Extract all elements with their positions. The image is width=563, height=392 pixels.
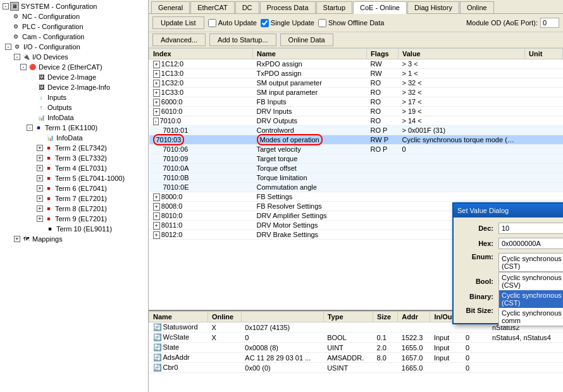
sidebar-item-device2-image[interactable]: 🖼 Device 2-Image xyxy=(0,72,148,82)
add-to-startup-button[interactable]: Add to Startup... xyxy=(209,34,276,46)
expand-icon-io-devices[interactable]: - xyxy=(14,54,20,60)
dialog-titlebar: Set Value Dialog ✕ xyxy=(454,204,563,217)
computer-icon: 🖥 xyxy=(10,2,19,11)
expand-icon-term3[interactable]: + xyxy=(37,155,43,161)
sidebar-item-io[interactable]: - ⚙ I/O - Configuration xyxy=(0,42,148,52)
sidebar-item-nc[interactable]: ⚙ NC - Configuration xyxy=(0,11,148,21)
sidebar-item-cam[interactable]: ⚙ Cam - Configuration xyxy=(0,32,148,42)
expand-icon-term6[interactable]: + xyxy=(37,185,43,192)
single-update-checkbox[interactable] xyxy=(261,19,269,27)
expand-icon-term5[interactable]: + xyxy=(37,175,43,181)
sidebar-item-mappings[interactable]: + 🗺 Mappings xyxy=(0,234,148,244)
tab-coe-online[interactable]: CoE - Online xyxy=(353,1,407,14)
enum-option-csv[interactable]: Cyclic synchronous velocity mode (CSV) xyxy=(499,273,563,290)
expand-icon-io[interactable]: - xyxy=(5,44,11,50)
expand-icon-term1[interactable]: - xyxy=(27,125,33,131)
expand-btn[interactable]: + xyxy=(153,231,160,239)
tab-online[interactable]: Online xyxy=(460,1,494,13)
expand-icon-mappings[interactable]: + xyxy=(14,236,20,242)
advanced-button[interactable]: Advanced... xyxy=(152,34,206,46)
sidebar-item-term5[interactable]: + ■ Term 5 (EL7041-1000) xyxy=(0,173,148,183)
table-row[interactable]: +8000:0FB Settings xyxy=(149,192,563,202)
sidebar-item-device2[interactable]: - 🔴 Device 2 (EtherCAT) xyxy=(0,62,148,72)
table-row[interactable]: +6010:0DRV InputsRO> 19 < xyxy=(149,107,563,116)
table-row[interactable]: +6000:0FB InputsRO> 17 < xyxy=(149,97,563,107)
sidebar-item-outputs[interactable]: ↑ Outputs xyxy=(0,102,148,113)
tab-general[interactable]: General xyxy=(151,1,190,13)
table-row[interactable]: 7010:09Target torque xyxy=(149,154,563,164)
table-row[interactable]: 7010:0ECommutation angle xyxy=(149,183,563,192)
table-row[interactable]: +1C12:0RxPDO assignRW> 3 < xyxy=(149,59,563,69)
table-row[interactable]: 7010:06Target velocityRO P0 xyxy=(149,145,563,154)
sidebar-item-term4[interactable]: + ■ Term 4 (EL7031) xyxy=(0,163,148,173)
expand-btn[interactable]: + xyxy=(153,99,160,106)
expand-btn[interactable]: - xyxy=(153,118,159,125)
sidebar-label-cam: Cam - Configuration xyxy=(22,33,84,40)
tab-ethercat[interactable]: EtherCAT xyxy=(190,1,234,13)
expand-icon-system[interactable]: - xyxy=(3,3,9,9)
table-row[interactable]: 7010:0BTorque limitation xyxy=(149,173,563,183)
tab-startup[interactable]: Startup xyxy=(316,1,352,13)
tab-diag-history[interactable]: Diag History xyxy=(407,1,459,13)
table-row[interactable]: +1C32:0SM output parameterRO> 32 < xyxy=(149,78,563,88)
auto-update-checkbox[interactable] xyxy=(208,19,216,27)
table-row[interactable]: 7010:03Modes of operationRW PCyclic sync… xyxy=(149,135,563,145)
show-offline-checkbox[interactable] xyxy=(318,19,326,27)
table-row[interactable]: 7010:01ControlwordRO P> 0x001F (31) xyxy=(149,126,563,135)
table-row[interactable]: +1C33:0SM input parameterRO> 32 < xyxy=(149,88,563,97)
show-offline-label[interactable]: Show Offline Data xyxy=(318,19,384,27)
sidebar-item-term3[interactable]: + ■ Term 3 (EL7332) xyxy=(0,153,148,163)
sidebar-label-term3: Term 3 (EL7332) xyxy=(55,154,107,162)
enum-dropdown-container: Cyclic synchronous torque mode (CST) ▼ C… xyxy=(498,253,563,272)
sidebar-label-system: SYSTEM - Configuration xyxy=(21,3,97,10)
expand-btn[interactable]: + xyxy=(153,193,160,201)
sidebar-item-term9[interactable]: + ■ Term 9 (EL7201) xyxy=(0,214,148,224)
expand-btn[interactable]: + xyxy=(153,80,160,87)
expand-btn[interactable]: + xyxy=(153,108,160,116)
sidebar-item-term7[interactable]: + ■ Term 7 (EL7201) xyxy=(0,193,148,204)
expand-btn[interactable]: + xyxy=(153,203,160,211)
sidebar-item-system[interactable]: - 🖥 SYSTEM - Configuration xyxy=(0,1,148,11)
expand-icon-term9[interactable]: + xyxy=(37,216,43,222)
sidebar-item-plc[interactable]: ⚙ PLC - Configuration xyxy=(0,21,148,32)
sidebar-item-term1[interactable]: - ■ Term 1 (EK1100) xyxy=(0,123,148,133)
auto-update-label[interactable]: Auto Update xyxy=(208,19,257,27)
single-update-label[interactable]: Single Update xyxy=(261,19,314,27)
sidebar-item-infodata[interactable]: 📊 InfoData xyxy=(0,113,148,123)
enum-dropdown-trigger[interactable]: Cyclic synchronous torque mode (CST) ▼ xyxy=(498,253,563,272)
table-row[interactable]: 7010:0ATorque offset xyxy=(149,164,563,173)
bottom-table-row[interactable]: 🔄Cbr00x00 (0)USINT1665.00 xyxy=(149,363,563,373)
online-data-button[interactable]: Online Data xyxy=(280,34,333,46)
hex-input[interactable] xyxy=(498,238,563,249)
expand-btn[interactable]: + xyxy=(153,70,160,78)
sidebar-item-term8[interactable]: + ■ Term 8 (EL7201) xyxy=(0,204,148,214)
expand-icon-term2[interactable]: + xyxy=(37,145,43,151)
bottom-table-row[interactable]: 🔄AdsAddrAC 11 28 29 03 01 ...AMSADDR.8.0… xyxy=(149,353,563,363)
update-list-button[interactable]: Update List xyxy=(152,16,204,29)
expand-btn[interactable]: + xyxy=(153,61,160,68)
expand-btn[interactable]: + xyxy=(153,212,160,220)
dec-input[interactable] xyxy=(498,223,563,234)
sidebar-item-device2-image-info[interactable]: 🖼 Device 2-Image-Info xyxy=(0,82,148,92)
expand-icon-term7[interactable]: + xyxy=(37,195,43,202)
enum-option-cstca[interactable]: Cyclic synchronous torque mode with comm xyxy=(499,308,563,326)
bottom-table-row[interactable]: 🔄WcStateX0BOOL0.11522.3Input0nStatus4, n… xyxy=(149,333,563,343)
sidebar-item-io-devices[interactable]: - 🔌 I/O Devices xyxy=(0,52,148,62)
expand-btn[interactable]: + xyxy=(153,89,160,97)
expand-icon-device2[interactable]: - xyxy=(20,64,27,70)
expand-icon-term8[interactable]: + xyxy=(37,205,43,212)
expand-btn[interactable]: + xyxy=(153,222,160,230)
table-row[interactable]: -7010:0DRV OutputsRO> 14 < xyxy=(149,116,563,126)
sidebar-item-term6[interactable]: + ■ Term 6 (EL7041) xyxy=(0,183,148,193)
tab-process-data[interactable]: Process Data xyxy=(260,1,316,13)
sidebar-item-term2[interactable]: + ■ Term 2 (EL7342) xyxy=(0,143,148,153)
sidebar-item-inputs[interactable]: ↓ Inputs xyxy=(0,92,148,102)
bottom-table-row[interactable]: 🔄State0x0008 (8)UINT2.01655.0Input0 xyxy=(149,343,563,353)
sidebar-item-term10[interactable]: ■ Term 10 (EL9011) xyxy=(0,224,148,234)
expand-icon-term4[interactable]: + xyxy=(37,165,43,171)
tab-dc[interactable]: DC xyxy=(235,1,259,13)
table-row[interactable]: +1C13:0TxPDO assignRW> 1 < xyxy=(149,69,563,78)
sidebar-item-term1-infodata[interactable]: 📊 InfoData xyxy=(0,133,148,143)
enum-option-cst[interactable]: Cyclic synchronous torque mode (CST) xyxy=(499,290,563,308)
module-od-input[interactable] xyxy=(540,18,559,28)
